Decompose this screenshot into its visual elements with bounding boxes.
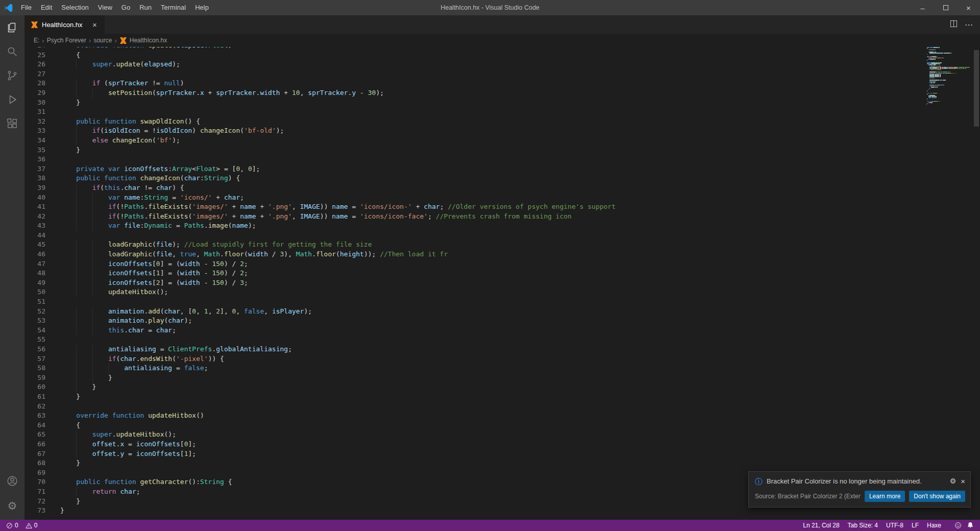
code-line-37[interactable]: 37 private var iconOffsets:Array<Float> … (24, 164, 926, 174)
line-number[interactable]: 37 (24, 164, 45, 174)
status-eol[interactable]: LF (912, 522, 919, 529)
menu-selection[interactable]: Selection (57, 0, 93, 15)
line-number[interactable]: 68 (24, 458, 45, 468)
menu-run[interactable]: Run (135, 0, 156, 15)
code-line-33[interactable]: 33 if(isOldIcon = !isOldIcon) changeIcon… (24, 126, 926, 136)
line-number[interactable]: 36 (24, 155, 45, 164)
activity-extensions[interactable] (0, 112, 24, 136)
code-line-46[interactable]: 46 loadGraphic(file, true, Math.floor(wi… (24, 250, 926, 259)
notification-settings-icon[interactable]: ⚙ (950, 477, 957, 486)
activity-search[interactable] (0, 40, 24, 64)
scrollbar-thumb[interactable] (974, 50, 979, 127)
tab-close-icon[interactable]: × (90, 20, 100, 29)
line-number[interactable]: 40 (24, 193, 45, 203)
feedback-icon[interactable] (954, 522, 962, 529)
activity-settings[interactable]: ⚙ (0, 494, 24, 518)
line-number[interactable]: 70 (24, 477, 45, 487)
code-line-53[interactable]: 53 animation.play(char); (24, 316, 926, 326)
code-line-52[interactable]: 52 animation.add(char, [0, 1, 2], 0, fal… (24, 307, 926, 317)
code-line-63[interactable]: 63 override function updateHitbox() (24, 411, 926, 421)
code-line-49[interactable]: 49 iconOffsets[2] = (width - 150) / 3; (24, 278, 926, 288)
split-editor-icon[interactable] (950, 20, 958, 30)
more-actions-icon[interactable]: ⋯ (965, 20, 973, 30)
code-line-32[interactable]: 32 public function swapOldIcon() { (24, 117, 926, 127)
line-number[interactable]: 44 (24, 231, 45, 240)
code-line-35[interactable]: 35 } (24, 146, 926, 155)
minimap[interactable] (926, 47, 973, 520)
status-indentation[interactable]: Tab Size: 4 (848, 522, 878, 529)
line-number[interactable]: 30 (24, 98, 45, 108)
code-line-42[interactable]: 42 if(!Paths.fileExists('images/' + name… (24, 212, 926, 222)
line-number[interactable]: 67 (24, 449, 45, 459)
activity-account[interactable] (0, 470, 24, 494)
line-number[interactable]: 51 (24, 297, 45, 307)
line-number[interactable]: 63 (24, 411, 45, 421)
code-line-26[interactable]: 26 super.update(elapsed); (24, 60, 926, 69)
code-line-61[interactable]: 61 } (24, 392, 926, 402)
tab-healthicon[interactable]: HealthIcon.hx × (24, 15, 105, 34)
line-number[interactable]: 52 (24, 307, 45, 317)
bell-icon[interactable] (967, 522, 974, 529)
code-line-66[interactable]: 66 offset.x = iconOffsets[0]; (24, 440, 926, 449)
code-line-38[interactable]: 38 public function changeIcon(char:Strin… (24, 174, 926, 183)
code-line-36[interactable]: 36 (24, 155, 926, 164)
line-number[interactable]: 35 (24, 146, 45, 155)
code-line-50[interactable]: 50 updateHitbox(); (24, 287, 926, 297)
code-line-30[interactable]: 30 } (24, 98, 926, 108)
line-number[interactable]: 45 (24, 240, 45, 250)
line-number[interactable]: 73 (24, 506, 45, 516)
line-number[interactable]: 55 (24, 335, 45, 345)
dont-show-again-button[interactable]: Don't show again (909, 491, 965, 502)
line-number[interactable]: 42 (24, 212, 45, 222)
code-line-57[interactable]: 57 if(char.endsWith('-pixel')) { (24, 354, 926, 364)
line-number[interactable]: 53 (24, 316, 45, 326)
status-cursor-position[interactable]: Ln 21, Col 28 (803, 522, 839, 529)
code-line-60[interactable]: 60 } (24, 382, 926, 392)
line-number[interactable]: 29 (24, 88, 45, 98)
menu-edit[interactable]: Edit (36, 0, 57, 15)
code-line-67[interactable]: 67 offset.y = iconOffsets[1]; (24, 449, 926, 459)
code-line-31[interactable]: 31 (24, 107, 926, 117)
close-button[interactable]: × (957, 0, 980, 15)
breadcrumb-segment[interactable]: E: (34, 37, 39, 44)
breadcrumb-segment[interactable]: source (93, 37, 112, 44)
line-number[interactable]: 57 (24, 354, 45, 364)
line-number[interactable]: 43 (24, 221, 45, 231)
editor-scrollbar[interactable] (973, 47, 980, 520)
code-line-39[interactable]: 39 if(this.char != char) { (24, 183, 926, 193)
menu-terminal[interactable]: Terminal (156, 0, 190, 15)
line-number[interactable]: 72 (24, 497, 45, 506)
line-number[interactable]: 66 (24, 440, 45, 449)
code-line-56[interactable]: 56 antialiasing = ClientPrefs.globalAnti… (24, 345, 926, 354)
code-line-29[interactable]: 29 setPosition(sprTracker.x + sprTracker… (24, 88, 926, 98)
line-number[interactable]: 48 (24, 269, 45, 278)
code-line-65[interactable]: 65 super.updateHitbox(); (24, 430, 926, 440)
code-line-27[interactable]: 27 (24, 69, 926, 79)
line-number[interactable]: 27 (24, 69, 45, 79)
line-number[interactable]: 65 (24, 430, 45, 440)
line-number[interactable]: 62 (24, 402, 45, 412)
line-number[interactable]: 39 (24, 183, 45, 193)
line-number[interactable]: 46 (24, 250, 45, 259)
line-number[interactable]: 32 (24, 117, 45, 127)
line-number[interactable]: 64 (24, 421, 45, 430)
code-line-59[interactable]: 59 } (24, 373, 926, 383)
line-number[interactable]: 26 (24, 60, 45, 69)
line-number[interactable]: 24 (24, 47, 45, 51)
activity-run-debug[interactable] (0, 88, 24, 112)
breadcrumb-segment[interactable]: Psych Forever (47, 37, 86, 44)
code-line-55[interactable]: 55 (24, 335, 926, 345)
line-number[interactable]: 60 (24, 382, 45, 392)
menu-view[interactable]: View (93, 0, 117, 15)
line-number[interactable]: 71 (24, 487, 45, 497)
status-encoding[interactable]: UTF-8 (886, 522, 903, 529)
minimize-button[interactable]: – (911, 0, 934, 15)
line-number[interactable]: 59 (24, 373, 45, 383)
menu-go[interactable]: Go (117, 0, 135, 15)
menu-file[interactable]: File (16, 0, 36, 15)
code-line-25[interactable]: 25 { (24, 51, 926, 60)
code-line-58[interactable]: 58 antialiasing = false; (24, 364, 926, 373)
code-editor[interactable]: 24 override function update(elapsed:Floa… (24, 47, 926, 520)
line-number[interactable]: 61 (24, 392, 45, 402)
code-line-51[interactable]: 51 (24, 297, 926, 307)
